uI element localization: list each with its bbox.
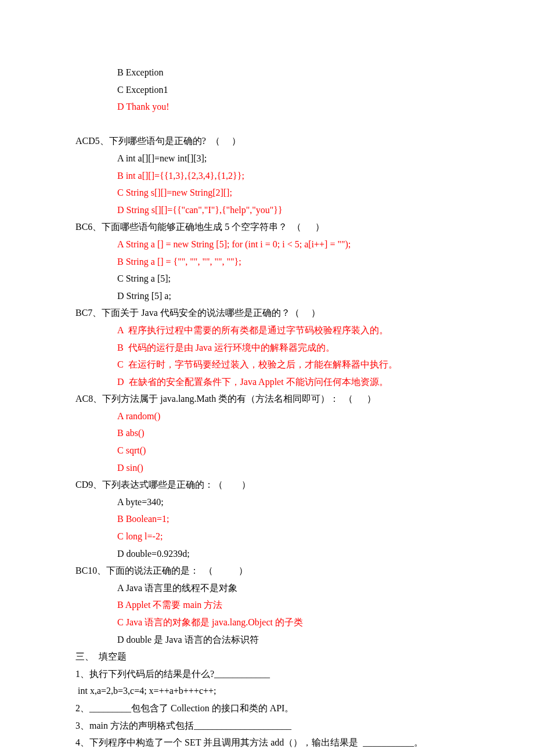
- text-segment: BC6、下面哪些语句能够正确地生成 5 个空字符串？ （ ）: [75, 222, 324, 232]
- text-segment: D double 是 Java 语言的合法标识符: [117, 635, 259, 645]
- text-line: int x,a=2,b=3,c=4; x=++a+b+++c++;: [75, 682, 459, 700]
- text-segment: 4、下列程序中构造了一个 SET 并且调用其方法 add（），输出结果是 ___…: [75, 737, 423, 747]
- text-segment: 2、_________包包含了 Collection 的接口和类的 API。: [75, 703, 294, 713]
- text-segment: D String s[][]={{"can","I"},{"help","you…: [117, 205, 283, 215]
- text-segment: AC8、下列方法属于 java.lang.Math 类的有（方法名相同即可）： …: [75, 394, 376, 404]
- text-line: A byte=340;: [75, 494, 459, 511]
- text-segment: 1、执行下列代码后的结果是什么?____________: [75, 669, 270, 679]
- text-segment: C 在运行时，字节码要经过装入，校验之后，才能在解释器中执行。: [117, 359, 398, 369]
- text-line: C sqrt(): [75, 442, 459, 459]
- text-segment: BC10、下面的说法正确的是： （ ）: [75, 566, 248, 575]
- text-segment: C String a [5];: [117, 273, 171, 283]
- text-segment: B Exception: [117, 67, 164, 77]
- text-line: A 程序执行过程中需要的所有类都是通过字节码校验程序装入的。: [75, 322, 459, 339]
- text-line: C 在运行时，字节码要经过装入，校验之后，才能在解释器中执行。: [75, 356, 459, 373]
- document-page: B ExceptionC Exception1D Thank you! ACD5…: [0, 0, 534, 756]
- text-segment: [75, 119, 78, 129]
- text-line: [75, 116, 459, 133]
- text-segment: D String [5] a;: [117, 291, 171, 301]
- text-segment: 三、 填空题: [75, 651, 127, 661]
- text-segment: A Java 语言里的线程不是对象: [117, 583, 237, 593]
- text-segment: B 代码的运行是由 Java 运行环境中的解释器完成的。: [117, 343, 335, 352]
- text-segment: B String a [] = {"", "", "", "", ""};: [117, 257, 241, 267]
- text-line: C Exception1: [75, 81, 459, 99]
- text-segment: C Exception1: [117, 85, 168, 95]
- text-line: BC7、下面关于 Java 代码安全的说法哪些是正确的？（ ）: [75, 304, 459, 322]
- text-line: C String a [5];: [75, 270, 459, 287]
- text-line: D String [5] a;: [75, 287, 459, 305]
- text-line: D sin(): [75, 459, 459, 477]
- text-segment: BC7、下面关于 Java 代码安全的说法哪些是正确的？（ ）: [75, 308, 320, 318]
- text-line: 2、_________包包含了 Collection 的接口和类的 API。: [75, 700, 459, 717]
- text-line: C String s[][]=new String[2][];: [75, 184, 459, 201]
- text-line: 三、 填空题: [75, 648, 459, 665]
- text-segment: B Applet 不需要 main 方法: [117, 600, 222, 610]
- text-segment: A 程序执行过程中需要的所有类都是通过字节码校验程序装入的。: [117, 325, 388, 335]
- text-segment: A int a[][]=new int[][3];: [117, 153, 207, 163]
- text-line: A random(): [75, 408, 459, 425]
- text-line: B Applet 不需要 main 方法: [75, 596, 459, 614]
- text-segment: D double=0.9239d;: [117, 549, 190, 559]
- text-line: A int a[][]=new int[][3];: [75, 150, 459, 167]
- text-line: public class A{: [75, 751, 459, 756]
- text-line: CD9、下列表达式哪些是正确的：（ ）: [75, 476, 459, 494]
- text-segment: D sin(): [117, 463, 143, 473]
- text-line: 4、下列程序中构造了一个 SET 并且调用其方法 add（），输出结果是 ___…: [75, 734, 459, 751]
- text-segment: C long l=-2;: [117, 531, 163, 541]
- text-segment: int x,a=2,b=3,c=4; x=++a+b+++c++;: [75, 686, 216, 696]
- text-segment: D 在缺省的安全配置条件下，Java Applet 不能访问任何本地资源。: [117, 377, 388, 387]
- text-line: D 在缺省的安全配置条件下，Java Applet 不能访问任何本地资源。: [75, 373, 459, 391]
- text-segment: D Thank you!: [117, 102, 169, 111]
- text-line: D Thank you!: [75, 98, 459, 116]
- text-segment: A String a [] = new String [5]; for (int…: [117, 239, 351, 249]
- text-line: A String a [] = new String [5]; for (int…: [75, 236, 459, 253]
- text-line: C Java 语言的对象都是 java.lang.Object 的子类: [75, 614, 459, 631]
- text-line: A Java 语言里的线程不是对象: [75, 579, 459, 597]
- text-segment: ACD5、下列哪些语句是正确的? （ ）: [75, 136, 241, 146]
- text-line: B Boolean=1;: [75, 510, 459, 528]
- text-segment: 3、main 方法的声明格式包括_____________________: [75, 721, 291, 730]
- text-line: D double=0.9239d;: [75, 545, 459, 563]
- text-line: BC10、下面的说法正确的是： （ ）: [75, 562, 459, 579]
- text-line: BC6、下面哪些语句能够正确地生成 5 个空字符串？ （ ）: [75, 218, 459, 236]
- text-segment: B abs(): [117, 428, 145, 438]
- text-segment: CD9、下列表达式哪些是正确的：（ ）: [75, 480, 251, 489]
- text-line: 3、main 方法的声明格式包括_____________________: [75, 717, 459, 735]
- text-segment: C sqrt(): [117, 445, 146, 455]
- text-line: B 代码的运行是由 Java 运行环境中的解释器完成的。: [75, 339, 459, 357]
- text-segment: C Java 语言的对象都是 java.lang.Object 的子类: [117, 617, 303, 627]
- text-segment: A byte=340;: [117, 497, 164, 507]
- text-line: B String a [] = {"", "", "", "", ""};: [75, 253, 459, 271]
- text-segment: B Boolean=1;: [117, 514, 169, 524]
- text-line: B Exception: [75, 64, 459, 81]
- document-content: B ExceptionC Exception1D Thank you! ACD5…: [75, 64, 459, 756]
- text-line: D String s[][]={{"can","I"},{"help","you…: [75, 201, 459, 219]
- text-line: 1、执行下列代码后的结果是什么?____________: [75, 665, 459, 683]
- text-segment: A random(): [117, 411, 160, 421]
- text-line: B abs(): [75, 424, 459, 442]
- text-segment: C String s[][]=new String[2][];: [117, 188, 232, 197]
- text-line: B int a[][]={{1,3},{2,3,4},{1,2}};: [75, 167, 459, 185]
- text-line: D double 是 Java 语言的合法标识符: [75, 631, 459, 649]
- text-segment: B int a[][]={{1,3},{2,3,4},{1,2}};: [117, 171, 244, 181]
- text-line: AC8、下列方法属于 java.lang.Math 类的有（方法名相同即可）： …: [75, 390, 459, 408]
- text-line: C long l=-2;: [75, 528, 459, 545]
- text-line: ACD5、下列哪些语句是正确的? （ ）: [75, 132, 459, 150]
